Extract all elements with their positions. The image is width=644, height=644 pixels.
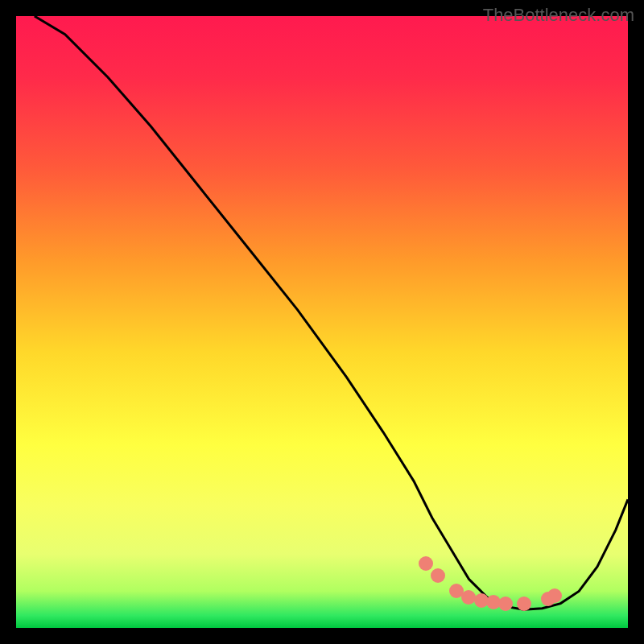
chart-highlight-dot — [547, 588, 562, 603]
watermark-text: TheBottleneck.com — [483, 5, 634, 26]
chart-highlight-dot — [517, 597, 531, 611]
chart-highlight-dot — [498, 597, 513, 611]
chart-highlight-dot — [419, 556, 433, 571]
chart-plot-area — [16, 16, 628, 628]
chart-curve-svg — [16, 16, 628, 628]
chart-highlight-dot — [431, 568, 445, 583]
chart-curve-path — [35, 16, 628, 609]
